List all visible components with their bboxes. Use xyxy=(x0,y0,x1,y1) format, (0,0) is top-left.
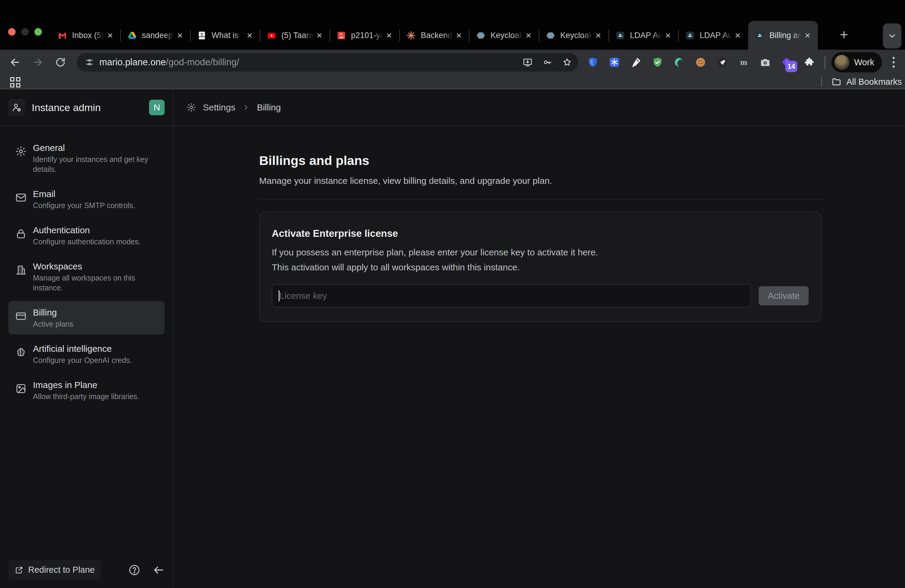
help-button[interactable] xyxy=(128,564,141,576)
shield-green-extension-icon[interactable] xyxy=(651,56,664,69)
browser-tab[interactable]: sandeep× xyxy=(121,21,191,50)
extensions-button[interactable] xyxy=(801,54,818,71)
rocket-extension-icon[interactable] xyxy=(715,56,729,69)
site-settings-icon[interactable] xyxy=(85,58,94,67)
password-key-icon[interactable] xyxy=(542,57,553,67)
sidebar-item-images-in-plane[interactable]: Images in PlaneAllow third-party image l… xyxy=(8,373,165,407)
tab-close-icon[interactable]: × xyxy=(524,30,533,40)
puzzle-icon xyxy=(804,57,814,68)
profile-name: Work xyxy=(854,57,874,67)
shield-blue-extension-icon[interactable] xyxy=(586,56,600,69)
camera-extension-icon[interactable] xyxy=(758,56,772,69)
tab-label: Backend xyxy=(421,31,454,40)
sidebar-item-desc: Identify your instances and get key deta… xyxy=(33,154,151,174)
install-app-icon[interactable] xyxy=(522,57,533,67)
chevron-down-icon xyxy=(887,31,897,41)
section-divider xyxy=(259,199,821,200)
browser-tab-active[interactable]: Billing an× xyxy=(748,21,818,50)
url-path: /god-mode/billing/ xyxy=(166,57,239,67)
asterisk-favicon xyxy=(406,30,416,40)
browser-tab[interactable]: Backend× xyxy=(400,21,469,50)
keycloak-favicon xyxy=(546,30,556,40)
apps-grid-icon[interactable] xyxy=(10,77,21,87)
tab-close-icon[interactable]: × xyxy=(454,30,464,40)
tab-close-icon[interactable]: × xyxy=(175,30,185,40)
browser-tab[interactable]: Keycloak× xyxy=(539,21,609,50)
settings-gear-icon xyxy=(186,102,196,113)
sidebar-item-billing[interactable]: BillingActive plans xyxy=(8,301,165,334)
browser-tab[interactable]: LDAP Au× xyxy=(678,21,748,50)
extensions-row: m14 xyxy=(586,53,794,72)
redirect-to-plane-label: Redirect to Plane xyxy=(28,565,95,575)
reload-button[interactable] xyxy=(52,54,69,71)
tab-close-icon[interactable]: × xyxy=(663,30,673,40)
sidebar-header: Instance admin N xyxy=(0,89,173,126)
collapse-sidebar-button[interactable] xyxy=(152,564,165,576)
tab-close-icon[interactable]: × xyxy=(802,30,813,40)
browser-menu-button[interactable] xyxy=(888,54,899,70)
purple-diamond-extension-icon[interactable]: 14 xyxy=(780,56,794,69)
forward-button[interactable] xyxy=(29,54,46,71)
browser-tab[interactable]: MDWhat is× xyxy=(191,21,260,50)
bookmarks-bar: All Bookmarks xyxy=(0,75,905,89)
close-window-button[interactable] xyxy=(8,28,16,36)
swirl-extension-icon[interactable] xyxy=(672,56,686,69)
browser-tab[interactable]: VLDBp2101-ya× xyxy=(330,21,400,50)
sidebar-item-email[interactable]: EmailConfigure your SMTP controls. xyxy=(8,183,165,216)
user-avatar-badge[interactable]: N xyxy=(149,100,165,115)
extension-badge: 14 xyxy=(785,61,797,72)
address-bar[interactable]: mario.plane.one/god-mode/billing/ xyxy=(76,53,578,72)
profile-chip[interactable]: Work xyxy=(831,52,882,72)
sidebar-item-desc: Configure authentication modes. xyxy=(33,237,141,247)
kebab-menu-icon xyxy=(888,54,899,70)
browser-tab[interactable]: Keycloak× xyxy=(469,21,539,50)
tab-label: sandeep xyxy=(142,31,175,40)
url-domain: mario.plane.one xyxy=(99,57,166,67)
new-tab-button[interactable] xyxy=(834,25,854,44)
activate-button[interactable]: Activate xyxy=(759,286,809,305)
browser-tab[interactable]: (5) Taara× xyxy=(260,21,330,50)
tab-search-button[interactable] xyxy=(883,23,902,49)
breadcrumb-settings[interactable]: Settings xyxy=(203,102,235,113)
tab-close-icon[interactable]: × xyxy=(384,30,394,40)
license-key-input[interactable] xyxy=(272,284,751,307)
tab-separator xyxy=(608,29,609,41)
snowflake-extension-icon[interactable] xyxy=(608,56,621,69)
tab-close-icon[interactable]: × xyxy=(593,30,603,40)
svg-text:VL: VL xyxy=(340,32,343,35)
tab-close-icon[interactable]: × xyxy=(314,30,324,40)
sidebar-item-general[interactable]: GeneralIdentify your instances and get k… xyxy=(8,137,165,180)
tab-close-icon[interactable]: × xyxy=(733,30,743,40)
building-icon xyxy=(15,264,27,276)
sidebar-item-title: Workspaces xyxy=(33,261,151,272)
all-bookmarks-button[interactable]: All Bookmarks xyxy=(831,75,902,89)
sidebar-item-artificial-intelligence[interactable]: Artificial intelligenceConfigure your Op… xyxy=(8,337,165,371)
brain-icon xyxy=(15,346,27,358)
tab-separator xyxy=(190,29,191,41)
sidebar-title: Instance admin xyxy=(32,102,149,113)
bookmark-star-icon[interactable] xyxy=(562,57,572,67)
back-button[interactable] xyxy=(6,54,23,71)
instance-admin-icon[interactable] xyxy=(8,99,25,116)
sidebar-item-desc: Configure your SMTP controls. xyxy=(33,200,135,210)
sidebar: Instance admin N GeneralIdentify your in… xyxy=(0,89,173,587)
redirect-to-plane-button[interactable]: Redirect to Plane xyxy=(8,560,101,580)
m-letter-extension-icon[interactable]: m xyxy=(737,56,751,69)
cookie-extension-icon[interactable] xyxy=(694,56,708,69)
tab-separator xyxy=(330,29,330,41)
minimize-window-button[interactable] xyxy=(21,28,29,36)
keycloak-favicon xyxy=(476,30,486,40)
browser-tab[interactable]: LDAP Au× xyxy=(609,21,678,50)
tab-close-icon[interactable]: × xyxy=(245,30,255,40)
browser-frame: Inbox (5)×sandeep×MDWhat is×(5) Taara×VL… xyxy=(0,0,905,50)
pen-extension-icon[interactable] xyxy=(629,56,643,69)
sidebar-item-workspaces[interactable]: WorkspacesManage all workspaces on this … xyxy=(8,255,165,298)
lock-icon xyxy=(15,228,27,240)
browser-tab[interactable]: Inbox (5)× xyxy=(51,21,121,50)
sidebar-item-authentication[interactable]: AuthenticationConfigure authentication m… xyxy=(8,219,165,252)
tab-label: LDAP Au xyxy=(630,31,663,40)
zoom-window-button[interactable] xyxy=(35,28,42,36)
sidebar-item-desc: Active plans xyxy=(33,319,73,329)
tab-close-icon[interactable]: × xyxy=(105,30,115,40)
plane-admin-page: Instance admin N GeneralIdentify your in… xyxy=(0,89,905,587)
